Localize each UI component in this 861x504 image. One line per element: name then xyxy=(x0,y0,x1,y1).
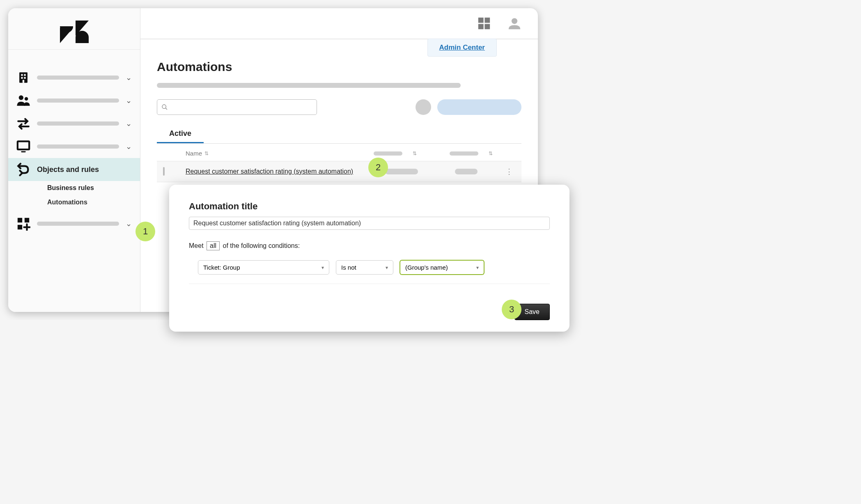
description-placeholder xyxy=(157,83,461,88)
sidebar: ⌄ ⌄ ⌄ ⌄ Objects and rules B xyxy=(8,8,140,312)
conditions-label: Meet all of the following conditions: xyxy=(189,241,550,250)
svg-line-19 xyxy=(165,108,167,110)
logo-section xyxy=(8,8,140,50)
user-icon[interactable] xyxy=(507,16,521,30)
svg-point-6 xyxy=(19,95,23,100)
svg-rect-16 xyxy=(484,24,490,29)
row-checkbox[interactable] xyxy=(163,167,165,176)
header xyxy=(140,8,538,39)
placeholder xyxy=(37,121,119,126)
content: Automations Active xyxy=(140,39,538,182)
condition-operator-select[interactable]: Is not ▾ xyxy=(336,260,393,275)
sort-icon[interactable]: ⇅ xyxy=(413,151,417,156)
table-row[interactable]: Request customer satisfaction rating (sy… xyxy=(157,161,521,182)
building-icon xyxy=(16,71,30,85)
svg-point-7 xyxy=(25,97,28,101)
svg-rect-1 xyxy=(21,74,23,76)
chevron-down-icon: ⌄ xyxy=(126,73,132,82)
svg-rect-12 xyxy=(18,225,22,229)
placeholder xyxy=(37,99,119,103)
automation-title-input[interactable] xyxy=(189,217,550,230)
chevron-down-icon: ⌄ xyxy=(126,96,132,105)
placeholder xyxy=(37,76,119,80)
primary-button-placeholder[interactable] xyxy=(437,99,521,115)
nav-item-2[interactable]: ⌄ xyxy=(8,89,140,112)
condition-field-select[interactable]: Ticket: Group ▾ xyxy=(198,260,329,275)
chevron-down-icon: ▾ xyxy=(321,265,324,270)
automations-table: Name ⇅ ⇅ ⇅ Request customer satisfaction… xyxy=(157,146,521,182)
svg-rect-8 xyxy=(18,141,29,149)
nav-section: ⌄ ⌄ ⌄ ⌄ Objects and rules B xyxy=(8,50,140,235)
chevron-down-icon: ⌄ xyxy=(126,119,132,128)
nav-item-1[interactable]: ⌄ xyxy=(8,66,140,89)
kebab-menu-icon[interactable]: ⋮ xyxy=(503,167,515,176)
column-placeholder xyxy=(450,151,478,156)
nav-item-4[interactable]: ⌄ xyxy=(8,135,140,158)
automation-name-link[interactable]: Request customer satisfaction rating (sy… xyxy=(186,168,353,175)
svg-point-17 xyxy=(512,18,517,24)
monitor-icon xyxy=(16,140,30,153)
table-header: Name ⇅ ⇅ ⇅ xyxy=(157,146,521,161)
transfer-icon xyxy=(16,117,30,131)
tabs: Active xyxy=(157,125,521,144)
svg-rect-15 xyxy=(478,24,484,29)
svg-rect-11 xyxy=(25,218,29,222)
callout-2: 2 xyxy=(368,158,388,177)
svg-rect-9 xyxy=(21,151,25,152)
automation-detail-panel: Automation title Meet all of the followi… xyxy=(169,185,569,320)
chevron-down-icon: ▾ xyxy=(476,265,479,270)
action-placeholder[interactable] xyxy=(416,99,431,115)
condition-value-select[interactable]: (Group's name) ▾ xyxy=(400,260,484,275)
placeholder xyxy=(37,144,119,149)
column-name[interactable]: Name ⇅ xyxy=(186,150,209,157)
page-title: Automations xyxy=(157,60,521,74)
nav-item-objects-rules[interactable]: Objects and rules xyxy=(8,158,140,181)
svg-rect-14 xyxy=(484,18,490,23)
sub-nav-automations[interactable]: Automations xyxy=(35,196,134,209)
nav-item-6[interactable]: ⌄ xyxy=(8,212,140,235)
search-icon xyxy=(161,104,168,110)
placeholder xyxy=(385,169,418,174)
sub-nav-business-rules[interactable]: Business rules xyxy=(35,181,140,195)
svg-rect-2 xyxy=(24,74,25,76)
callout-3: 3 xyxy=(502,300,521,319)
placeholder xyxy=(455,169,478,174)
svg-rect-13 xyxy=(478,18,484,23)
chevron-down-icon: ⌄ xyxy=(126,142,132,151)
condition-row: Ticket: Group ▾ Is not ▾ (Group's name) … xyxy=(189,260,550,284)
people-icon xyxy=(16,94,30,108)
search-input[interactable] xyxy=(157,99,317,115)
chevron-down-icon: ⌄ xyxy=(126,219,132,228)
callout-1: 1 xyxy=(135,222,155,241)
sort-icon: ⇅ xyxy=(204,151,209,156)
sub-nav: Business rules Automations xyxy=(8,181,140,209)
column-placeholder xyxy=(374,151,402,156)
svg-rect-10 xyxy=(18,218,22,222)
nav-item-3[interactable]: ⌄ xyxy=(8,112,140,135)
route-icon xyxy=(16,163,30,176)
tab-active[interactable]: Active xyxy=(157,125,204,143)
automation-title-label: Automation title xyxy=(189,201,550,212)
svg-rect-5 xyxy=(23,80,24,83)
placeholder xyxy=(37,222,119,226)
grid-icon[interactable] xyxy=(477,16,491,30)
apps-add-icon xyxy=(16,217,30,231)
svg-rect-3 xyxy=(21,77,23,79)
chevron-down-icon: ▾ xyxy=(386,265,388,270)
condition-mode-select[interactable]: all xyxy=(207,241,220,250)
svg-point-18 xyxy=(162,105,166,108)
zendesk-logo-icon xyxy=(60,21,89,43)
sort-icon[interactable]: ⇅ xyxy=(489,151,493,156)
nav-label-objects-rules: Objects and rules xyxy=(37,165,132,174)
admin-center-breadcrumb[interactable]: Admin Center xyxy=(427,39,497,57)
svg-rect-4 xyxy=(24,77,25,79)
